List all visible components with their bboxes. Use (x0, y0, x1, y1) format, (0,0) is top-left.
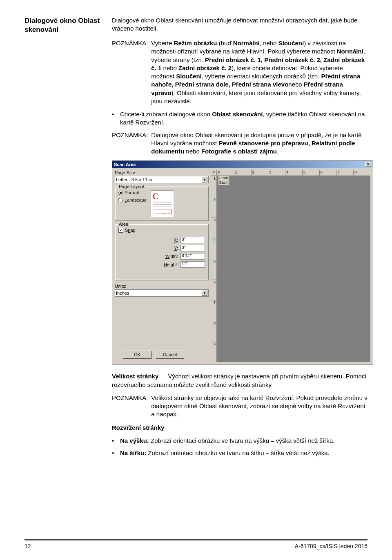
note-2: POZNÁMKA: Dialogové okno Oblast skenován… (112, 131, 368, 156)
bullet-dot: • (112, 437, 117, 445)
tick: 5 (302, 170, 319, 176)
area-group: ✓ Snap X: 0" Y: 0" Width: (115, 224, 209, 280)
doc-id: A-61789_cs/ISIS leden 2016 (295, 543, 368, 549)
x-input[interactable]: 0" (180, 237, 205, 243)
page-layout-thumbnail: C (151, 190, 174, 217)
tick: 1 (234, 170, 251, 176)
height-label: Height: (164, 262, 178, 267)
page-size-value: Letter - 8.5 x 11 in (116, 177, 152, 182)
checkbox-icon: ✓ (118, 228, 123, 233)
tick: 2 (251, 170, 268, 176)
page-layout-group: Portrait Landscape C (115, 187, 209, 221)
note-label: POZNÁMKA: (112, 394, 148, 419)
note-body: Velikost stránky se objevuje také na kar… (151, 394, 368, 419)
dialog-title: Scan Area (114, 162, 136, 167)
y-input[interactable]: 0" (180, 245, 205, 251)
units-label: Units: (115, 284, 209, 289)
ruler-vertical: 1 2 3 4 5 6 7 8 9 (211, 176, 217, 362)
tick: 8 (353, 170, 370, 176)
tick: 1 (211, 176, 216, 197)
page-size-label: Page Size: (115, 170, 209, 175)
tick: 6 (211, 280, 216, 300)
tick: 9 (211, 342, 216, 362)
scan-area-dialog: Scan Area × Page Size: Letter - 8.5 x 11… (112, 160, 373, 365)
note-1: POZNÁMKA: Vyberte Režim obrázku (buď Nor… (112, 39, 368, 105)
note-label: POZNÁMKA: (112, 39, 148, 105)
chevron-down-icon[interactable]: ▾ (202, 177, 207, 182)
bullet-dot: • (112, 449, 117, 457)
bullet-1: • Chcete-li zobrazit dialogové okno Obla… (112, 110, 368, 127)
tick: 2 (211, 197, 216, 218)
page-size-combo[interactable]: Letter - 8.5 x 11 in ▾ (115, 176, 209, 183)
intro-para: Dialogové okno Oblast skenování umožňuje… (112, 16, 368, 34)
tick: 3 (211, 218, 216, 238)
bullet-portrait: • Na výšku: Zobrazí orientaci obrázku ve… (112, 437, 368, 445)
layout-heading: Rozvržení stránky (112, 424, 368, 432)
landscape-radio[interactable]: Landscape (118, 198, 147, 202)
bullet-text: Na šířku: Zobrazí orientaci obrázku ve t… (120, 449, 368, 457)
tick: 5 (211, 259, 216, 280)
units-value: Inches (116, 291, 129, 296)
width-input[interactable]: 8 1/2" (180, 253, 205, 260)
snap-checkbox[interactable]: ✓ Snap (118, 228, 205, 233)
note-label: POZNÁMKA: (112, 131, 148, 156)
portrait-label: Portrait (125, 190, 139, 195)
ok-button[interactable]: OK (123, 351, 151, 359)
chevron-down-icon[interactable]: ▾ (202, 290, 207, 296)
tick: 4 (285, 170, 302, 176)
tick: 6 (319, 170, 336, 176)
ruler-origin: 0 (211, 170, 217, 176)
bullet-text: Chcete-li zobrazit dialogové okno Oblast… (120, 110, 368, 127)
radio-icon (118, 191, 123, 195)
x-label: X: (174, 238, 178, 242)
bullet-dot: • (112, 110, 117, 127)
close-icon[interactable]: × (365, 162, 371, 167)
ruler-horizontal: 0 1 2 3 4 5 6 7 8 (217, 170, 370, 176)
dialog-titlebar: Scan Area × (112, 161, 373, 168)
tick: 4 (211, 238, 216, 259)
units-combo[interactable]: Inches ▾ (115, 289, 209, 297)
tick: 8 (211, 321, 216, 342)
portrait-radio[interactable]: Portrait (118, 190, 147, 195)
height-input[interactable]: 11" (180, 261, 205, 268)
preview-pane[interactable]: 0 0 1 2 3 4 5 6 7 8 1 2 (211, 170, 370, 362)
page-size-para: Velikost stránky — Výchozí velikost strá… (112, 372, 368, 389)
radio-icon (118, 198, 123, 202)
y-label: Y: (174, 246, 178, 251)
bullet-landscape: • Na šířku: Zobrazí orientaci obrázku ve… (112, 449, 368, 457)
page-number: 12 (24, 543, 31, 549)
cancel-button[interactable]: Cancel (156, 351, 184, 359)
landscape-label: Landscape (125, 198, 147, 202)
tick: 7 (336, 170, 353, 176)
page-footer: 12 A-61789_cs/ISIS leden 2016 (24, 539, 368, 549)
tick: 3 (268, 170, 285, 176)
width-label: Width: (165, 254, 178, 259)
front-back-label: FrontBack (218, 176, 229, 185)
snap-label: Snap (125, 228, 136, 233)
side-heading: Dialogové okno Oblast skenování (24, 16, 102, 34)
tick: 7 (211, 300, 216, 321)
note-3: POZNÁMKA: Velikost stránky se objevuje t… (112, 394, 368, 419)
note-body: Dialogové okno Oblast skenování je dostu… (151, 131, 368, 156)
tick: 0 (217, 170, 234, 176)
bullet-text: Na výšku: Zobrazí orientaci obrázku ve t… (120, 437, 368, 445)
note-body: Vyberte Režim obrázku (buď Normální, neb… (151, 39, 368, 105)
